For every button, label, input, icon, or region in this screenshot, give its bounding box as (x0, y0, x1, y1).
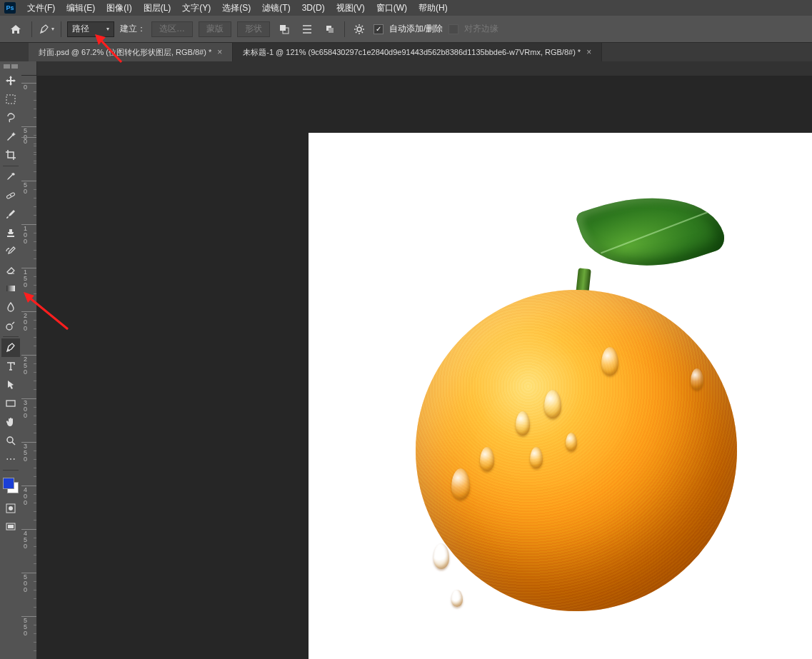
close-icon[interactable]: × (586, 47, 591, 57)
close-icon[interactable]: × (217, 47, 222, 57)
pen-icon (5, 342, 16, 353)
menu-window[interactable]: 窗口(W) (371, 2, 413, 14)
brush-tool[interactable] (1, 205, 20, 223)
align-edges-checkbox[interactable] (448, 24, 458, 34)
document-tab[interactable]: 未标题-1 @ 121% (9c658430297c1e2840d9e91443… (233, 43, 602, 61)
marquee-tool[interactable] (1, 90, 20, 109)
ps-logo-icon: Ps (4, 2, 16, 14)
rect-icon (5, 398, 16, 409)
shapes-overlap-icon (279, 24, 290, 35)
menu-filter[interactable]: 滤镜(T) (256, 2, 296, 14)
screen-icon (5, 521, 16, 533)
foreground-color[interactable] (3, 478, 14, 489)
water-drop (451, 468, 470, 500)
menu-view[interactable]: 视图(V) (331, 2, 371, 14)
dodge-tool[interactable] (1, 316, 20, 335)
ruler-origin[interactable] (21, 61, 37, 76)
history-brush-tool[interactable] (1, 242, 20, 261)
align-icon (301, 24, 313, 35)
tab-title: 未标题-1 @ 121% (9c658430297c1e2840d9e91443… (243, 47, 581, 58)
quick-mask-button[interactable] (1, 499, 20, 518)
divider (344, 21, 345, 37)
svg-rect-5 (6, 95, 15, 104)
document-tab[interactable]: 封面.psd @ 67.2% (位图转化形状图层, RGB/8#) * × (29, 43, 233, 61)
move-icon (5, 75, 16, 86)
stamp-icon (5, 227, 16, 238)
menu-file[interactable]: 文件(F) (21, 2, 61, 14)
water-drop (530, 447, 543, 468)
auto-add-delete-label: 自动添加/删除 (389, 23, 443, 35)
pen-tool[interactable] (1, 338, 20, 357)
separator (3, 166, 19, 166)
caret-icon: ▾ (51, 26, 54, 32)
vertical-ruler[interactable]: 05 005 01 0 01 5 02 0 02 5 03 0 03 5 04 … (21, 76, 37, 659)
rectangle-tool[interactable] (1, 394, 20, 413)
make-selection-button[interactable]: 选区… (151, 21, 193, 37)
zoom-icon (5, 435, 16, 446)
edit-toolbar-button[interactable]: ⋯ (1, 450, 20, 468)
lasso-icon (5, 112, 16, 124)
gradient-tool[interactable] (1, 279, 20, 298)
menu-bar: Ps 文件(F) 编辑(E) 图像(I) 图层(L) 文字(Y) 选择(S) 滤… (0, 0, 812, 16)
svg-point-13 (9, 506, 13, 510)
healing-brush-tool[interactable] (1, 186, 20, 205)
document-tab-bar: 封面.psd @ 67.2% (位图转化形状图层, RGB/8#) * × 未标… (0, 43, 812, 61)
path-operations-button[interactable] (276, 21, 293, 37)
water-drop (451, 590, 463, 607)
screen-mode-button[interactable] (1, 518, 20, 536)
menu-edit[interactable]: 编辑(E) (61, 2, 101, 14)
dodge-icon (5, 320, 16, 331)
options-bar: ▾ 路径 ▾ 建立： 选区… 蒙版 形状 ✓ 自动添加/删除 对齐边缘 (0, 16, 812, 43)
make-shape-button[interactable]: 形状 (237, 21, 270, 37)
svg-rect-10 (6, 401, 15, 406)
arrange-icon (324, 24, 336, 35)
water-drop (691, 368, 703, 390)
type-tool[interactable] (1, 357, 20, 376)
canvas[interactable] (309, 133, 812, 659)
crop-tool[interactable] (1, 146, 20, 164)
path-selection-tool[interactable] (1, 376, 20, 394)
water-drop (433, 543, 449, 569)
gear-icon (354, 24, 365, 35)
hand-tool[interactable] (1, 413, 20, 431)
eraser-tool[interactable] (1, 261, 20, 279)
path-alignment-button[interactable] (299, 21, 316, 37)
gear-button[interactable] (351, 21, 368, 37)
menu-layer[interactable]: 图层(L) (138, 2, 177, 14)
menu-help[interactable]: 帮助(H) (413, 2, 453, 14)
make-mask-button[interactable]: 蒙版 (199, 21, 231, 37)
drop-icon (5, 301, 16, 313)
eyedropper-tool[interactable] (1, 168, 20, 186)
zoom-tool[interactable] (1, 431, 20, 450)
water-drop (516, 411, 530, 436)
home-button[interactable] (6, 21, 26, 38)
bandage-icon (5, 190, 16, 201)
divider (61, 21, 61, 37)
menu-3d[interactable]: 3D(D) (296, 3, 331, 13)
toolbox: ⋯ (0, 61, 21, 659)
magic-wand-tool[interactable] (1, 127, 20, 146)
tool-mode-dropdown[interactable]: 路径 ▾ (67, 21, 114, 37)
quickmask-icon (5, 503, 16, 514)
tab-title: 封面.psd @ 67.2% (位图转化形状图层, RGB/8#) * (39, 47, 211, 58)
menu-image[interactable]: 图像(I) (101, 2, 137, 14)
svg-rect-15 (8, 525, 14, 528)
menu-select[interactable]: 选择(S) (216, 2, 256, 14)
chevron-down-icon: ▾ (106, 26, 109, 32)
toolbox-grip-icon[interactable] (4, 64, 18, 69)
svg-point-11 (7, 437, 13, 443)
blur-tool[interactable] (1, 298, 20, 316)
clone-stamp-tool[interactable] (1, 223, 20, 242)
current-tool-icon[interactable]: ▾ (38, 22, 55, 36)
menu-type[interactable]: 文字(Y) (176, 2, 216, 14)
canvas-viewport[interactable] (37, 76, 812, 659)
lasso-tool[interactable] (1, 109, 20, 127)
path-arrangement-button[interactable] (321, 21, 339, 37)
color-swatches[interactable] (1, 476, 20, 499)
auto-add-delete-checkbox[interactable]: ✓ (374, 24, 384, 34)
text-icon (5, 361, 16, 372)
eyedropper-icon (5, 171, 16, 183)
divider (31, 21, 32, 37)
move-tool[interactable] (1, 71, 20, 90)
eraser-icon (5, 264, 16, 276)
